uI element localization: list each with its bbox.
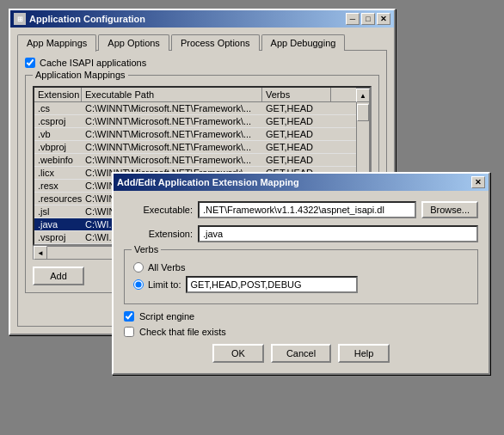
header-path: Executable Path — [82, 88, 262, 101]
limit-to-radio[interactable] — [133, 279, 144, 290]
dialog-help-button[interactable]: Help — [338, 344, 390, 363]
dialog-title: Add/Edit Application Extension Mapping — [117, 177, 299, 187]
check-file-label: Check that file exists — [139, 327, 226, 337]
table-row[interactable]: .vbproj C:\WINNT\Microsoft.NET\Framework… — [34, 141, 356, 154]
scroll-up-arrow[interactable]: ▲ — [356, 89, 370, 102]
main-title-bar: ⊞ Application Configuration ─ □ ✕ — [10, 10, 394, 28]
executable-row: Executable: Browse... — [124, 201, 478, 218]
scroll-thumb[interactable] — [357, 104, 369, 121]
add-button[interactable]: Add — [33, 267, 84, 285]
dialog-content: Executable: Browse... Extension: Verbs A… — [114, 191, 489, 373]
dialog-buttons: OK Cancel Help — [124, 344, 478, 363]
tab-bar: App Mappings App Options Process Options… — [17, 34, 387, 51]
executable-input[interactable] — [198, 201, 416, 218]
browse-button[interactable]: Browse... — [421, 201, 478, 218]
cache-isapi-label: Cache ISAPI applications — [40, 58, 146, 68]
cache-isapi-checkbox[interactable] — [25, 58, 35, 68]
close-button[interactable]: ✕ — [377, 13, 390, 25]
script-engine-row: Script engine — [124, 311, 478, 322]
scroll-left-arrow[interactable]: ◄ — [34, 246, 47, 260]
tab-app-debugging[interactable]: App Debugging — [261, 34, 346, 51]
extension-label: Extension: — [124, 229, 193, 239]
extension-row: Extension: — [124, 225, 478, 242]
minimize-button[interactable]: ─ — [346, 13, 360, 25]
cache-isapi-row: Cache ISAPI applications — [25, 58, 379, 68]
tab-process-options[interactable]: Process Options — [171, 34, 260, 51]
table-row[interactable]: .csproj C:\WINNT\Microsoft.NET\Framework… — [34, 115, 356, 128]
verbs-group: Verbs All Verbs Limit to: — [124, 249, 478, 304]
main-window-title: Application Configuration — [29, 14, 145, 24]
all-verbs-label: All Verbs — [148, 262, 185, 273]
check-file-checkbox[interactable] — [124, 327, 134, 337]
header-extension: Extension — [34, 88, 82, 101]
tab-app-mappings[interactable]: App Mappings — [17, 34, 96, 52]
maximize-button[interactable]: □ — [361, 13, 375, 25]
limit-to-row: Limit to: — [133, 276, 469, 293]
all-verbs-radio[interactable] — [133, 262, 144, 273]
header-verbs: Verbs — [262, 88, 331, 101]
script-engine-label: Script engine — [139, 311, 194, 322]
tab-app-options[interactable]: App Options — [98, 34, 169, 51]
app-icon: ⊞ — [14, 13, 26, 25]
script-engine-checkbox[interactable] — [124, 311, 134, 322]
executable-label: Executable: — [124, 205, 193, 215]
group-box-label: Application Mappings — [33, 70, 128, 80]
check-file-row: Check that file exists — [124, 327, 478, 337]
table-row[interactable]: .cs C:\WINNT\Microsoft.NET\Framework\...… — [34, 102, 356, 115]
dialog-close-button[interactable]: ✕ — [471, 176, 485, 188]
table-row[interactable]: .webinfo C:\WINNT\Microsoft.NET\Framewor… — [34, 154, 356, 167]
table-header: Extension Executable Path Verbs — [34, 88, 356, 102]
limit-to-label: Limit to: — [148, 279, 181, 290]
dialog-title-bar: Add/Edit Application Extension Mapping ✕ — [114, 174, 489, 191]
dialog-ok-button[interactable]: OK — [212, 344, 264, 363]
table-row[interactable]: .vb C:\WINNT\Microsoft.NET\Framework\...… — [34, 128, 356, 141]
dialog-window: Add/Edit Application Extension Mapping ✕… — [112, 172, 490, 375]
verbs-group-label: Verbs — [132, 244, 161, 254]
all-verbs-row: All Verbs — [133, 262, 469, 273]
dialog-cancel-button[interactable]: Cancel — [271, 344, 331, 363]
limit-to-input[interactable] — [186, 276, 358, 293]
extension-input[interactable] — [198, 225, 478, 242]
